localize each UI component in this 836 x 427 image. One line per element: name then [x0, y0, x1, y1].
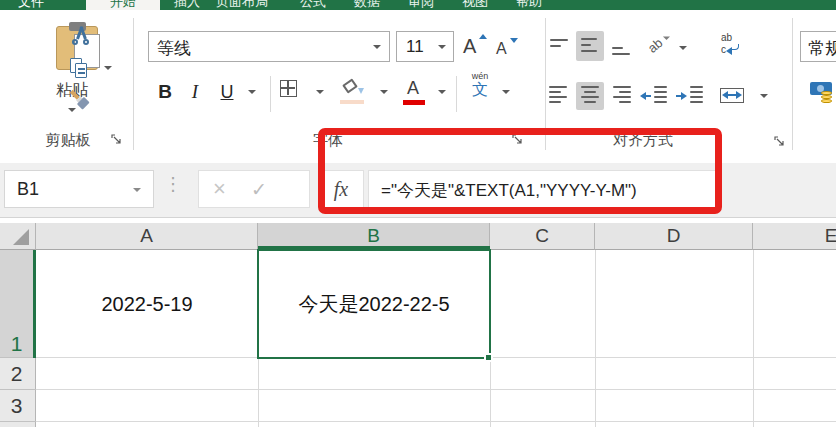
format-painter-button[interactable] [66, 86, 94, 116]
insert-function-button[interactable]: fx [318, 170, 364, 208]
format-painter-icon [68, 88, 91, 111]
row-divider [0, 421, 36, 422]
tab-insert[interactable]: 插入 [174, 0, 200, 10]
ribbon: 粘贴 剪贴板 [0, 10, 836, 163]
phonetic-char: 文 [464, 81, 496, 98]
accounting-format-button[interactable] [810, 82, 836, 108]
name-box-value: B1 [17, 179, 39, 200]
alignment-group-label: 对齐方式 [605, 131, 681, 150]
font-size-dropdown-icon[interactable] [438, 45, 446, 49]
font-color-dropdown-icon[interactable] [438, 90, 446, 94]
formula-bar-row: B1 ⋮ × ✓ fx ="今天是"&TEXT(A1,"YYYY-Y-M") [0, 163, 836, 217]
decrease-font-size-button[interactable]: A [494, 35, 522, 62]
column-header-c[interactable]: C [490, 223, 595, 250]
align-bottom-icon [612, 39, 632, 55]
column-header-d[interactable]: D [595, 223, 753, 250]
font-size-combo[interactable]: 11 [396, 31, 454, 62]
align-left-button[interactable] [546, 84, 572, 108]
formula-input[interactable]: ="今天是"&TEXT(A1,"YYYY-Y-M") [368, 170, 716, 208]
orientation-button[interactable]: ab [644, 32, 674, 60]
font-name-combo[interactable]: 等线 [148, 31, 390, 62]
row-divider [0, 389, 36, 390]
font-color-button[interactable]: A [402, 76, 428, 114]
tab-help[interactable]: 帮助 [516, 0, 542, 10]
wrap-text-button[interactable]: ab c [720, 32, 748, 60]
clipboard-dialog-launcher[interactable] [111, 134, 123, 146]
orientation-dropdown-icon[interactable] [679, 46, 687, 50]
grow-font-arrow-icon [479, 34, 487, 39]
align-top-button[interactable] [548, 36, 572, 58]
alignment-dialog-launcher[interactable] [774, 136, 786, 148]
align-center-icon [581, 86, 599, 106]
align-middle-button[interactable] [576, 31, 604, 61]
column-header-e[interactable]: E [753, 223, 836, 250]
tab-page-layout[interactable]: 页面布局 [216, 0, 268, 10]
underline-button[interactable]: U [214, 78, 240, 106]
underline-glyph: U [221, 82, 234, 103]
italic-button[interactable]: I [184, 78, 206, 106]
enter-icon[interactable]: ✓ [251, 178, 267, 200]
cut-button[interactable] [68, 26, 94, 52]
orientation-arrow-icon [663, 33, 670, 40]
increase-indent-button[interactable] [676, 84, 706, 108]
gridline-v [753, 250, 754, 427]
fill-color-button[interactable] [340, 78, 366, 114]
merge-center-button[interactable] [720, 88, 746, 106]
underline-dropdown-icon[interactable] [248, 90, 256, 94]
tab-formulas[interactable]: 公式 [300, 0, 326, 10]
fx-icon: fx [334, 178, 348, 201]
cancel-enter-box: × ✓ [198, 170, 310, 208]
ribbon-tab-bar: 文件 开始 插入 页面布局 公式 数据 审阅 视图 帮助 [0, 0, 836, 10]
merge-center-dropdown-icon[interactable] [760, 94, 768, 98]
tab-view[interactable]: 视图 [462, 0, 488, 10]
fill-color-dropdown-icon[interactable] [380, 90, 388, 94]
tab-data[interactable]: 数据 [354, 0, 380, 10]
copy-dropdown-icon[interactable] [104, 66, 112, 70]
number-format-value: 常规 [808, 37, 836, 60]
phonetic-dropdown-icon[interactable] [502, 90, 510, 94]
selection-border [257, 249, 491, 359]
increase-font-size-button[interactable]: A [460, 32, 490, 62]
fill-handle[interactable] [484, 353, 493, 362]
merge-center-icon [720, 88, 744, 103]
align-top-icon [550, 39, 570, 55]
decrease-indent-button[interactable] [640, 84, 670, 108]
font-color-letter: A [407, 78, 419, 99]
font-dialog-launcher[interactable] [512, 134, 524, 146]
tab-review[interactable]: 审阅 [408, 0, 434, 10]
wrap-text-arrowhead-icon [726, 47, 732, 55]
row-header-2-label[interactable]: 2 [0, 362, 33, 386]
shrink-font-arrow-icon [510, 38, 518, 43]
copy-icon [70, 58, 90, 80]
phonetic-button[interactable]: wén 文 [464, 72, 496, 110]
font-group-label: 字体 [296, 131, 360, 150]
bold-glyph: B [158, 81, 172, 103]
orientation-icon: ab [645, 35, 666, 56]
formula-bar-divider[interactable]: ⋮ [164, 173, 182, 194]
cell-a1[interactable]: 2022-5-19 [36, 250, 258, 358]
name-box-dropdown-icon[interactable] [133, 188, 141, 192]
tab-file[interactable]: 文件 [18, 0, 44, 10]
row-divider [0, 357, 36, 358]
tab-home[interactable]: 开始 [110, 0, 136, 10]
cancel-icon[interactable]: × [213, 176, 226, 202]
number-format-combo[interactable]: 常规 [800, 31, 836, 62]
font-name-dropdown-icon[interactable] [373, 45, 381, 49]
row-header-3-label[interactable]: 3 [0, 394, 33, 418]
borders-dropdown-icon[interactable] [316, 90, 324, 94]
align-right-button[interactable] [610, 84, 636, 108]
align-bottom-button[interactable] [610, 36, 634, 58]
name-box[interactable]: B1 [4, 170, 154, 208]
bold-button[interactable]: B [152, 78, 178, 106]
copy-button[interactable] [68, 56, 94, 82]
align-center-button[interactable] [576, 82, 604, 110]
clipboard-group-label: 剪贴板 [20, 131, 116, 150]
font-color-bar [403, 100, 425, 105]
select-all-button[interactable] [0, 223, 36, 250]
increase-indent-arrow-icon [681, 92, 687, 100]
shrink-font-letter: A [496, 40, 507, 58]
borders-button[interactable] [280, 80, 300, 100]
row-header-1-label: 1 [0, 332, 33, 356]
gridline-h [36, 389, 836, 390]
column-header-a[interactable]: A [36, 223, 258, 250]
